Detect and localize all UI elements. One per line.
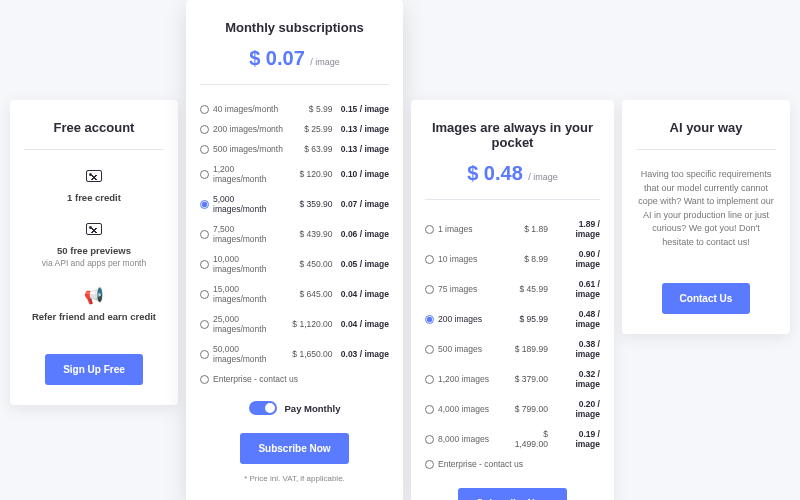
monthly-options-list: 40 images/month$ 5.990.15 / image200 ima… xyxy=(200,99,389,389)
option-price: $ 1.89 xyxy=(509,224,548,234)
price-option-row[interactable]: 4,000 images$ 799.000.20 / image xyxy=(425,394,600,424)
option-label: 7,500 images/month xyxy=(213,224,287,244)
option-per-image: 0.06 / image xyxy=(337,229,390,239)
image-icon xyxy=(24,168,164,186)
price-option-row[interactable]: 500 images$ 189.990.38 / image xyxy=(425,334,600,364)
option-label: 75 images xyxy=(438,284,505,294)
price-option-row[interactable]: 5,000 images/month$ 359.900.07 / image xyxy=(200,189,389,219)
option-per-image: 0.10 / image xyxy=(337,169,390,179)
option-label: Enterprise - contact us xyxy=(438,459,600,469)
option-label: 200 images/month xyxy=(213,124,287,134)
price-option-radio[interactable] xyxy=(425,345,434,354)
option-price: $ 1,650.00 xyxy=(291,349,333,359)
feature-title: Refer friend and earn credit xyxy=(32,311,156,322)
price-option-row[interactable]: 7,500 images/month$ 439.900.06 / image xyxy=(200,219,389,249)
price-option-row[interactable]: 40 images/month$ 5.990.15 / image xyxy=(200,99,389,119)
price-option-row[interactable]: 50,000 images/month$ 1,650.000.03 / imag… xyxy=(200,339,389,369)
price-option-row[interactable]: 200 images$ 95.990.48 / image xyxy=(425,304,600,334)
option-label: 10 images xyxy=(438,254,505,264)
feature-block: 1 free credit xyxy=(24,168,164,203)
price-option-row[interactable]: 10,000 images/month$ 450.000.05 / image xyxy=(200,249,389,279)
price-option-radio[interactable] xyxy=(425,225,434,234)
option-per-image: 0.19 / image xyxy=(552,429,600,449)
price-option-radio[interactable] xyxy=(200,200,209,209)
price-option-radio[interactable] xyxy=(200,230,209,239)
option-price: $ 25.99 xyxy=(291,124,333,134)
plan-card-custom: AI your way Having too specific requirem… xyxy=(622,100,790,334)
price-per: / image xyxy=(528,172,558,182)
option-label: 25,000 images/month xyxy=(213,314,287,334)
option-per-image: 0.03 / image xyxy=(337,349,390,359)
option-price: $ 45.99 xyxy=(509,284,548,294)
enterprise-option-row[interactable]: Enterprise - contact us xyxy=(200,369,389,389)
plan-title: Images are always in your pocket xyxy=(425,120,600,150)
price-option-radio[interactable] xyxy=(425,405,434,414)
option-label: 10,000 images/month xyxy=(213,254,287,274)
option-per-image: 0.15 / image xyxy=(337,104,390,114)
option-label: 500 images/month xyxy=(213,144,287,154)
price-option-radio[interactable] xyxy=(200,260,209,269)
option-per-image: 0.04 / image xyxy=(337,319,390,329)
option-label: Enterprise - contact us xyxy=(213,374,389,384)
plan-title: Free account xyxy=(24,120,164,135)
price-value: $ 0.48 xyxy=(467,162,523,184)
pay-monthly-toggle[interactable] xyxy=(249,401,277,415)
price-option-row[interactable]: 1,200 images$ 379.000.32 / image xyxy=(425,364,600,394)
price-per: / image xyxy=(310,57,340,67)
price-option-radio[interactable] xyxy=(425,315,434,324)
option-price: $ 5.99 xyxy=(291,104,333,114)
price-option-radio[interactable] xyxy=(200,290,209,299)
price-option-radio[interactable] xyxy=(200,320,209,329)
option-price: $ 189.99 xyxy=(509,344,548,354)
price-option-radio[interactable] xyxy=(200,170,209,179)
price-option-row[interactable]: 8,000 images$ 1,499.000.19 / image xyxy=(425,424,600,454)
subscribe-monthly-button[interactable]: Subscribe Now xyxy=(240,433,348,464)
price-option-radio[interactable] xyxy=(200,350,209,359)
price-option-row[interactable]: 15,000 images/month$ 645.000.04 / image xyxy=(200,279,389,309)
price-option-radio[interactable] xyxy=(425,285,434,294)
option-price: $ 1,499.00 xyxy=(509,429,548,449)
price-option-radio[interactable] xyxy=(200,125,209,134)
option-per-image: 1.89 / image xyxy=(552,219,600,239)
price-option-row[interactable]: 200 images/month$ 25.990.13 / image xyxy=(200,119,389,139)
option-price: $ 645.00 xyxy=(291,289,333,299)
contact-us-button[interactable]: Contact Us xyxy=(662,283,751,314)
option-label: 4,000 images xyxy=(438,404,505,414)
option-label: 500 images xyxy=(438,344,505,354)
option-per-image: 0.20 / image xyxy=(552,399,600,419)
price-option-radio[interactable] xyxy=(425,375,434,384)
price-option-row[interactable]: 1 images$ 1.891.89 / image xyxy=(425,214,600,244)
option-label: 8,000 images xyxy=(438,434,505,444)
feature-title: 1 free credit xyxy=(67,192,121,203)
feature-block: 50 free previewsvia API and apps per mon… xyxy=(24,221,164,268)
price-option-radio[interactable] xyxy=(425,460,434,469)
headline-price: $ 0.48 / image xyxy=(425,162,600,185)
price-option-row[interactable]: 500 images/month$ 63.990.13 / image xyxy=(200,139,389,159)
option-per-image: 0.61 / image xyxy=(552,279,600,299)
option-price: $ 379.00 xyxy=(509,374,548,384)
custom-description: Having too specific requirements that ou… xyxy=(636,168,776,249)
price-option-row[interactable]: 10 images$ 8.990.90 / image xyxy=(425,244,600,274)
option-price: $ 120.90 xyxy=(291,169,333,179)
option-per-image: 0.32 / image xyxy=(552,369,600,389)
subscribe-pocket-button[interactable]: Subscribe Now xyxy=(458,488,566,500)
price-option-radio[interactable] xyxy=(425,435,434,444)
price-option-radio[interactable] xyxy=(425,255,434,264)
price-option-row[interactable]: 25,000 images/month$ 1,120.000.04 / imag… xyxy=(200,309,389,339)
divider xyxy=(200,84,389,85)
price-option-radio[interactable] xyxy=(200,375,209,384)
option-label: 40 images/month xyxy=(213,104,287,114)
option-per-image: 0.04 / image xyxy=(337,289,390,299)
price-option-row[interactable]: 1,200 images/month$ 120.900.10 / image xyxy=(200,159,389,189)
enterprise-option-row[interactable]: Enterprise - contact us xyxy=(425,454,600,474)
plan-card-monthly: Monthly subscriptions $ 0.07 / image 40 … xyxy=(186,0,403,500)
divider xyxy=(24,149,164,150)
plan-title: AI your way xyxy=(636,120,776,135)
signup-free-button[interactable]: Sign Up Free xyxy=(45,354,143,385)
option-price: $ 63.99 xyxy=(291,144,333,154)
price-option-radio[interactable] xyxy=(200,145,209,154)
price-option-radio[interactable] xyxy=(200,105,209,114)
price-option-row[interactable]: 75 images$ 45.990.61 / image xyxy=(425,274,600,304)
option-label: 1,200 images/month xyxy=(213,164,287,184)
option-price: $ 359.90 xyxy=(291,199,333,209)
